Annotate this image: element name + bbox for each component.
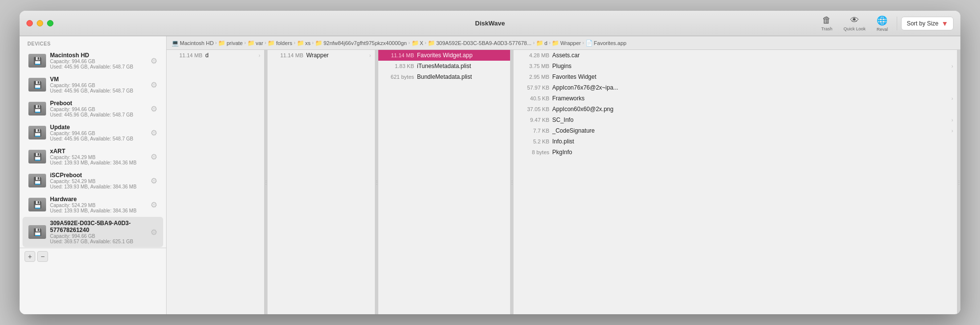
device-name: Preboot <box>50 100 147 107</box>
device-info: Hardware Capacity: 524.29 MB Used: 139.9… <box>50 196 147 213</box>
minimize-button[interactable] <box>37 20 43 26</box>
col-item-4[interactable]: 40.5 KB Frameworks › <box>514 93 957 104</box>
device-capacity: Capacity: 524.29 MB <box>50 155 147 160</box>
device-capacity: Capacity: 524.29 MB <box>50 203 147 208</box>
breadcrumb-chevron-icon: › <box>312 40 314 46</box>
device-icon: 💾 <box>28 198 46 211</box>
breadcrumb-folder-icon: 💻 <box>172 40 179 46</box>
sidebar-item-3[interactable]: 💾 Update Capacity: 994.66 GB Used: 445.9… <box>23 121 163 144</box>
col-item-0[interactable]: 11.14 MB Wrapper › <box>268 50 375 61</box>
sidebar-item-0[interactable]: 💾 Macintosh HD Capacity: 994.66 GB Used:… <box>23 49 163 72</box>
breadcrumb-item-4[interactable]: 📁xs <box>297 40 311 46</box>
columns-container: 11.14 MB d › ⋮ 11.14 MB Wrapper › ⋮ 11.1… <box>167 50 960 314</box>
sidebar: DEVICES 💾 Macintosh HD Capacity: 994.66 … <box>20 36 167 314</box>
remove-icon: − <box>41 253 45 260</box>
breadcrumb-item-2[interactable]: 📁var <box>247 40 263 46</box>
col-size: 11.14 MB <box>382 52 414 58</box>
gear-icon[interactable]: ⚙ <box>150 200 157 209</box>
close-button[interactable] <box>26 20 33 26</box>
device-capacity: Capacity: 994.66 GB <box>50 107 147 112</box>
col-resizer-4[interactable]: ⋮ <box>957 50 960 314</box>
device-capacity: Capacity: 994.66 GB <box>50 59 147 64</box>
breadcrumb-item-0[interactable]: 💻Macintosh HD <box>172 40 214 46</box>
breadcrumb-item-10[interactable]: 📄Favorites.app <box>586 40 627 46</box>
gear-icon[interactable]: ⚙ <box>150 152 157 162</box>
column-1: 11.14 MB d › <box>167 50 265 314</box>
col-item-0[interactable]: 11.14 MB d › <box>167 50 264 61</box>
col-name: Frameworks <box>552 95 949 102</box>
breadcrumb-item-6[interactable]: 📁X <box>412 40 423 46</box>
maximize-button[interactable] <box>47 20 53 26</box>
col-size: 1.83 KB <box>382 63 414 69</box>
sidebar-item-6[interactable]: 💾 Hardware Capacity: 524.29 MB Used: 139… <box>23 193 163 216</box>
gear-icon[interactable]: ⚙ <box>150 176 157 186</box>
toolbar-separator <box>897 17 897 30</box>
col-name: AppIcon76x76@2x~ipa... <box>552 84 953 91</box>
col-item-2[interactable]: 621 bytes BundleMetadata.plist <box>378 71 510 82</box>
col-arrow-icon: › <box>952 117 953 123</box>
quicklook-icon: 👁 <box>850 15 859 25</box>
breadcrumb-bar: 💻Macintosh HD›📁private›📁var›📁folders›📁xs… <box>167 36 960 50</box>
quicklook-button[interactable]: 👁 Quick Look <box>839 13 869 33</box>
col-size: 11.14 MB <box>271 52 303 58</box>
sort-by-button[interactable]: Sort by Size ▼ <box>901 17 954 30</box>
col-name: PkgInfo <box>552 149 953 156</box>
col-item-7[interactable]: 7.7 KB _CodeSignature › <box>514 125 957 136</box>
gear-icon[interactable]: ⚙ <box>150 56 157 66</box>
toolbar: 🗑 Trash 👁 Quick Look 🌐 Reval Sort by Siz… <box>816 13 954 34</box>
col-size: 40.5 KB <box>517 95 549 101</box>
trash-label: Trash <box>821 26 833 31</box>
app-title: DiskWave <box>475 20 505 27</box>
gear-icon[interactable]: ⚙ <box>150 80 157 90</box>
gear-icon[interactable]: ⚙ <box>150 128 157 138</box>
breadcrumb-item-9[interactable]: 📁Wrapper <box>552 40 581 46</box>
col-item-2[interactable]: 2.95 MB Favorites Widget <box>514 71 957 82</box>
breadcrumb-chevron-icon: › <box>408 40 410 46</box>
col-name: SC_Info <box>552 116 949 123</box>
col-name: _CodeSignature <box>552 127 949 134</box>
breadcrumb-item-3[interactable]: 📁folders <box>268 40 292 46</box>
col-item-1[interactable]: 3.75 MB Plugins › <box>514 61 957 71</box>
remove-device-button[interactable]: − <box>37 251 48 262</box>
device-name: Hardware <box>50 196 147 203</box>
col-item-5[interactable]: 37.05 KB AppIcon60x60@2x.png <box>514 104 957 115</box>
col-name: Favorites Widget.app <box>417 52 506 59</box>
col-item-8[interactable]: 5.2 KB Info.plist <box>514 136 957 147</box>
breadcrumb-item-8[interactable]: 📁d <box>536 40 547 46</box>
breadcrumb-chevron-icon: › <box>582 40 584 46</box>
breadcrumb-text: folders <box>276 40 292 46</box>
breadcrumb-item-1[interactable]: 📁private <box>218 40 243 46</box>
breadcrumb-text: Macintosh HD <box>180 40 214 46</box>
col-item-6[interactable]: 9.47 KB SC_Info › <box>514 115 957 125</box>
breadcrumb-text: Wrapper <box>560 40 581 46</box>
col-item-9[interactable]: 8 bytes PkgInfo <box>514 147 957 158</box>
device-usage: Used: 445.96 GB, Available: 548.7 GB <box>50 88 147 93</box>
col-item-3[interactable]: 57.97 KB AppIcon76x76@2x~ipa... <box>514 82 957 93</box>
col-size: 3.75 MB <box>517 63 549 69</box>
breadcrumb-item-5[interactable]: 📁92nfw84j66v7gfht975pkzx40000gn <box>315 40 407 46</box>
breadcrumb-folder-icon: 📁 <box>552 40 559 46</box>
sidebar-item-2[interactable]: 💾 Preboot Capacity: 994.66 GB Used: 445.… <box>23 97 163 120</box>
col-item-0[interactable]: 11.14 MB Favorites Widget.app <box>378 50 510 61</box>
col-item-1[interactable]: 1.83 KB iTunesMetadata.plist <box>378 61 510 71</box>
breadcrumb-item-7[interactable]: 📁309A592E-D03C-5BA9-A0D3-577678... <box>428 40 531 46</box>
breadcrumb-folder-icon: 📁 <box>268 40 275 46</box>
col-size: 57.97 KB <box>517 85 549 91</box>
device-info: Update Capacity: 994.66 GB Used: 445.96 … <box>50 124 147 141</box>
col-size: 4.28 MB <box>517 52 549 58</box>
trash-button[interactable]: 🗑 Trash <box>816 13 837 33</box>
add-device-button[interactable]: + <box>24 251 35 262</box>
col-arrow-icon: › <box>952 128 953 134</box>
sidebar-item-1[interactable]: 💾 VM Capacity: 994.66 GB Used: 445.96 GB… <box>23 73 163 96</box>
sidebar-item-7[interactable]: 💾 309A592E-D03C-5BA9-A0D3-5776782612​40 … <box>23 217 163 247</box>
sidebar-item-5[interactable]: 💾 iSCPreboot Capacity: 524.29 MB Used: 1… <box>23 169 163 192</box>
reval-button[interactable]: 🌐 Reval <box>871 13 893 34</box>
breadcrumb-chevron-icon: › <box>549 40 550 46</box>
main-content: DEVICES 💾 Macintosh HD Capacity: 994.66 … <box>20 36 960 314</box>
gear-icon[interactable]: ⚙ <box>150 104 157 114</box>
column-2: 11.14 MB Wrapper › <box>268 50 375 314</box>
device-info: Preboot Capacity: 994.66 GB Used: 445.96… <box>50 100 147 117</box>
sidebar-item-4[interactable]: 💾 xART Capacity: 524.29 MB Used: 139.93 … <box>23 145 163 168</box>
gear-icon[interactable]: ⚙ <box>150 228 157 237</box>
col-item-0[interactable]: 4.28 MB Assets.car <box>514 50 957 61</box>
